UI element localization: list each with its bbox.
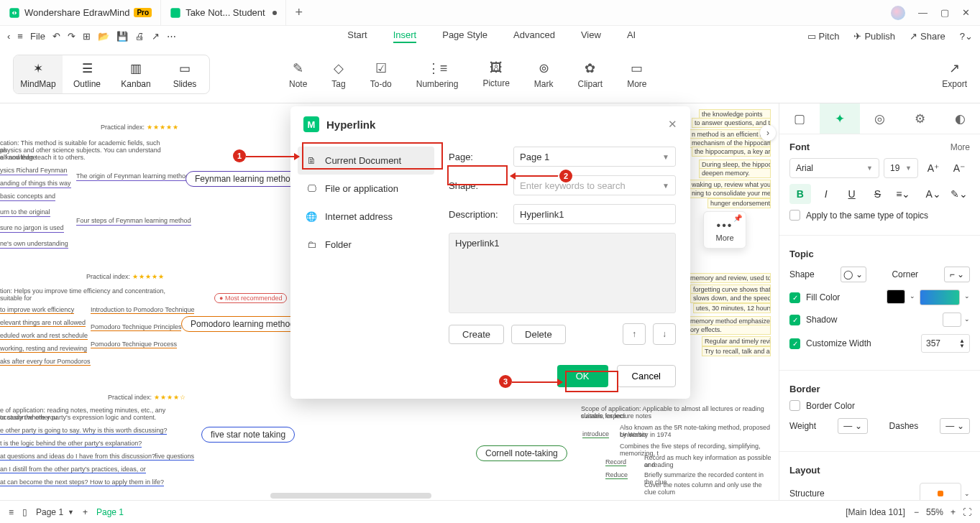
print-icon[interactable]: 🖨: [135, 31, 145, 42]
ribbon-todo[interactable]: ☑To-do: [370, 60, 392, 89]
ribbon-clipart[interactable]: ✿Clipart: [577, 60, 603, 89]
save-icon[interactable]: 💾: [116, 31, 128, 42]
pitch-button[interactable]: ▭ Pitch: [807, 31, 840, 42]
width-checkbox[interactable]: ✓: [789, 338, 800, 349]
ribbon-tag[interactable]: ◇Tag: [331, 60, 345, 89]
bold-button[interactable]: B: [789, 184, 811, 204]
more-icon[interactable]: ⋯: [167, 31, 176, 42]
horizontal-scrollbar[interactable]: [270, 493, 431, 499]
menu-ai[interactable]: AI: [627, 29, 636, 43]
panel-tab-4[interactable]: ⚙: [899, 103, 940, 134]
app-tab[interactable]: Wondershare EdrawMind Pro: [0, 0, 161, 26]
move-up-button[interactable]: ↑: [623, 323, 646, 345]
share-button[interactable]: ↗ Share: [910, 31, 945, 42]
ribbon-more[interactable]: ▭More: [627, 60, 646, 89]
page-select[interactable]: Page 1▼: [513, 147, 676, 167]
minimize-icon[interactable]: —: [918, 7, 928, 18]
menu-insert[interactable]: Insert: [393, 29, 417, 43]
chevron-right-icon[interactable]: ›: [760, 125, 776, 141]
node-cornell[interactable]: Cornell note-taking: [476, 445, 567, 461]
dialog-close-button[interactable]: ✕: [668, 118, 677, 131]
move-down-button[interactable]: ↓: [653, 323, 676, 345]
view-outline[interactable]: ☰Outline: [63, 55, 111, 93]
highlight-button[interactable]: ✎⌄: [948, 184, 970, 204]
redo-icon[interactable]: ↷: [68, 31, 75, 42]
menu-icon[interactable]: ≡: [17, 31, 23, 42]
ribbon-numbering[interactable]: ⋮≡Numbering: [416, 60, 459, 89]
shape-select[interactable]: ◯ ⌄: [841, 267, 866, 282]
open-icon[interactable]: 📂: [98, 31, 109, 42]
view-mindmap[interactable]: ✶MindMap: [14, 55, 63, 93]
width-input[interactable]: 357▲▼: [921, 334, 970, 353]
document-tab[interactable]: Take Not... Student: [161, 0, 286, 26]
view-slides[interactable]: ▭Slides: [160, 55, 209, 93]
strike-button[interactable]: S: [867, 184, 889, 204]
panel-tab-2[interactable]: ✦: [820, 103, 860, 134]
pin-icon[interactable]: 📌: [733, 214, 742, 222]
fill-gradient-swatch[interactable]: [920, 290, 960, 305]
tab-internet-address[interactable]: 🌐Internet address: [298, 203, 434, 231]
ribbon-mark[interactable]: ⊚Mark: [534, 60, 554, 89]
node-feynman[interactable]: Feynman learning method: [186, 171, 304, 187]
avatar[interactable]: [891, 6, 905, 20]
panel-tab-5[interactable]: ◐: [940, 103, 980, 134]
apply-checkbox[interactable]: [789, 210, 800, 221]
view-kanban[interactable]: ▥Kanban: [111, 55, 160, 93]
tab-folder[interactable]: 🗀Folder: [298, 231, 434, 259]
font-family-select[interactable]: Arial▼: [789, 158, 879, 178]
shadow-color-swatch[interactable]: [943, 313, 961, 327]
cancel-button[interactable]: Cancel: [617, 365, 676, 387]
font-more[interactable]: More: [951, 142, 970, 152]
panel-tab-1[interactable]: ▢: [779, 103, 820, 134]
ribbon-export[interactable]: ↗Export: [942, 60, 967, 89]
help-icon[interactable]: ?⌄: [960, 31, 973, 42]
back-icon[interactable]: ‹: [7, 31, 10, 42]
zoom-in-button[interactable]: +: [951, 507, 956, 517]
shape-input[interactable]: Enter keywords to search▼: [513, 175, 676, 195]
status-icon-1[interactable]: ≡: [9, 507, 14, 517]
dashes-select[interactable]: — ⌄: [940, 418, 970, 434]
font-decrease-button[interactable]: A⁻: [948, 158, 970, 178]
tab-file-application[interactable]: 🖵File or application: [298, 175, 434, 203]
maximize-icon[interactable]: ▢: [940, 7, 949, 18]
new-icon[interactable]: ⊞: [83, 31, 91, 42]
menu-view[interactable]: View: [581, 29, 601, 43]
corner-select[interactable]: ⌐ ⌄: [944, 267, 970, 282]
font-size-select[interactable]: 19▼: [884, 158, 918, 178]
more-popup[interactable]: 📌 ••• More: [703, 211, 746, 249]
fill-color-swatch[interactable]: [887, 290, 905, 304]
ribbon-picture[interactable]: 🖼Picture: [482, 60, 509, 89]
weight-select[interactable]: — ⌄: [838, 418, 868, 434]
file-menu[interactable]: File: [30, 31, 45, 42]
zoom-out-button[interactable]: −: [914, 507, 919, 517]
add-tab-button[interactable]: +: [286, 5, 312, 20]
font-increase-button[interactable]: A⁺: [922, 158, 944, 178]
delete-button[interactable]: Delete: [511, 325, 566, 344]
fit-icon[interactable]: ⛶: [963, 507, 971, 517]
share-icon[interactable]: ↗: [152, 31, 160, 42]
hyperlink-list[interactable]: Hyperlink1: [449, 233, 676, 313]
menu-pagestyle[interactable]: Page Style: [442, 29, 487, 43]
add-page-button[interactable]: +: [83, 507, 88, 517]
menu-start[interactable]: Start: [347, 29, 367, 43]
shadow-checkbox[interactable]: ✓: [789, 315, 800, 325]
ok-button[interactable]: OK: [557, 365, 608, 387]
structure-select[interactable]: [920, 483, 961, 500]
underline-button[interactable]: U: [841, 184, 863, 204]
page-selector[interactable]: Page 1 ▼: [36, 507, 74, 517]
text-color-button[interactable]: A⌄: [922, 184, 944, 204]
bordercolor-checkbox[interactable]: [789, 400, 800, 411]
publish-button[interactable]: ✈ Publish: [853, 31, 895, 42]
menu-advanced[interactable]: Advanced: [513, 29, 555, 43]
tab-current-document[interactable]: 🗎Current Document: [298, 147, 434, 175]
fillcolor-checkbox[interactable]: ✓: [789, 292, 800, 303]
align-button[interactable]: ≡⌄: [892, 184, 914, 204]
italic-button[interactable]: I: [815, 184, 837, 204]
status-icon-2[interactable]: ▯: [22, 507, 27, 517]
undo-icon[interactable]: ↶: [52, 31, 60, 42]
description-input[interactable]: Hyperlink1: [513, 204, 676, 224]
panel-tab-3[interactable]: ◎: [860, 103, 900, 134]
close-icon[interactable]: ✕: [962, 7, 970, 18]
page-active[interactable]: Page 1: [96, 507, 124, 517]
node-fivestar[interactable]: five star note taking: [201, 427, 295, 443]
